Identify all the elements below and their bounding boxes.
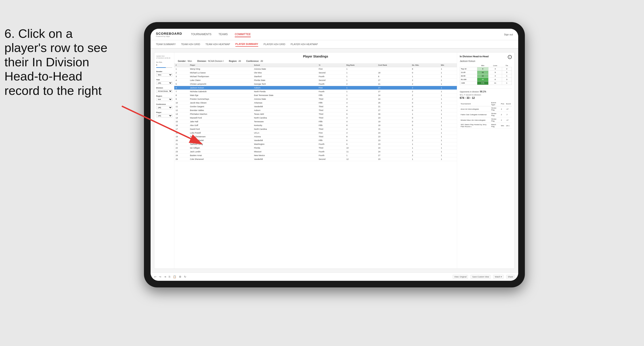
cell-conf: 21 — [377, 105, 411, 109]
table-scroll-area[interactable]: # Player School Yr Reg Rank Conf Rank No… — [174, 63, 457, 269]
col-conf-rank: Conf Rank — [377, 63, 411, 67]
table-row[interactable]: 24 Bastien Amat New Mexico Fourth 1 27 2… — [174, 154, 457, 158]
sign-out-button[interactable]: Sign out — [504, 33, 513, 36]
cell-player: Tiger Christensen — [189, 135, 253, 139]
cell-num: 18 — [174, 131, 189, 135]
table-row[interactable]: 15 Jake Hall Tennessee Fifth 4 19 0 1 — [174, 120, 457, 124]
cell-win: 1 — [440, 158, 457, 161]
h2h-loss-top10: 3 — [488, 67, 502, 71]
table-row[interactable]: 1 Wenyi Ding Arizona State First 1 8 1 — [174, 67, 457, 71]
subnav-player-h2h-heatmap[interactable]: PLAYER H2H HEATMAP — [290, 42, 318, 46]
table-row[interactable]: 2 Michael La Sasso Ole Miss Second 1 18 … — [174, 71, 457, 75]
table-row[interactable]: 16 Alex Goff Kentucky Fifth 8 19 0 1 — [174, 124, 457, 127]
nav-tournaments[interactable]: TOURNAMENTS — [191, 32, 211, 37]
cell-num: 6 — [174, 86, 189, 90]
table-row[interactable]: 14 Maxwell Ford North Carolina Third 3 2… — [174, 116, 457, 120]
table-row[interactable]: 9 Preston Summerhays Arizona State Third… — [174, 97, 457, 101]
undo-icon[interactable]: ↩ — [154, 275, 156, 278]
table-row[interactable]: 5 Christo Lamprecht Georgia Tech Fourth … — [174, 82, 457, 86]
subnav-player-summary[interactable]: PLAYER SUMMARY — [236, 42, 258, 47]
table-row[interactable]: 8 Mats Ege East Tennessee State Fifth 1 … — [174, 94, 457, 97]
refresh-icon[interactable]: ↻ — [184, 275, 186, 278]
save-custom-button[interactable]: Save Custom View — [470, 275, 490, 279]
gender-select[interactable]: Men Women — [156, 73, 172, 76]
nav-teams[interactable]: TEAMS — [218, 32, 228, 37]
cell-player: Ian Gilligan — [189, 146, 253, 150]
tour-pos: 4 — [500, 106, 505, 112]
cell-win: 1 — [440, 90, 457, 94]
table-row[interactable]: 12 Brendan Valdes Auburn Third 4 27 0 1 — [174, 109, 457, 112]
h2h-row-top10[interactable]: Top 10 8 3 2 — [460, 67, 512, 71]
table-row[interactable]: 23 Jack Lundin Missouri Fourth 11 24 1 1 — [174, 150, 457, 154]
h2h-row-26-50[interactable]: 26-50 22 4 1 — [460, 74, 512, 78]
cell-reg: 11 — [345, 150, 377, 154]
copy-icon[interactable]: ⎘ — [169, 275, 170, 278]
table-row[interactable]: 11 Gordon Sargent Vanderbilt Third 4 21 … — [174, 105, 457, 109]
cell-yr: First — [317, 131, 345, 135]
tournament-table: Tournament Event Type Pos Score Amer Ari… — [460, 101, 512, 129]
view-original-button[interactable]: View: Original — [453, 275, 468, 279]
cell-conf: 27 — [377, 90, 411, 94]
cell-num: 14 — [174, 116, 189, 120]
table-row[interactable]: 4 Luke Claton Florida State Second 1 27 … — [174, 78, 457, 82]
table-row[interactable]: 13 Phichaksn Maichon Texas A&M Third 6 3… — [174, 112, 457, 116]
watch-button[interactable]: Watch ▾ — [493, 275, 504, 279]
settings-icon[interactable]: ⚙ — [179, 275, 181, 278]
h2h-win-51-100: 46 — [477, 78, 488, 81]
cell-yr: Fifth — [317, 124, 345, 127]
subnav-player-h2h-grid[interactable]: PLAYER H2H GRID — [264, 42, 285, 46]
cell-num: 13 — [174, 112, 189, 116]
table-row[interactable]: 10 Jacob Mau Olesen Arkansas Fifth 4 25 … — [174, 101, 457, 105]
forward-icon[interactable]: ⇥ — [164, 275, 166, 278]
nav-committee[interactable]: COMMITTEE — [235, 32, 251, 37]
cell-num: 17 — [174, 127, 189, 131]
table-row[interactable]: 19 Tiger Christensen Arizona Third 8 23 … — [174, 135, 457, 139]
tournament-row[interactable]: Amer Ari Intercollegiate Stroke Play 4 -… — [460, 106, 512, 112]
no-rds-slider[interactable] — [156, 67, 172, 68]
subnav-team-summary[interactable]: TEAM SUMMARY — [156, 42, 176, 46]
table-row[interactable]: 21 Taehoon Song Washington Fourth 6 23 1… — [174, 142, 457, 146]
h2h-row-11-25[interactable]: 11-25 20 9 5 — [460, 71, 512, 74]
cell-reg: 4 — [345, 101, 377, 105]
tournament-row[interactable]: Mirabel Maui Jim Intercollegiate Stroke … — [460, 117, 512, 123]
cell-win: 1 — [440, 101, 457, 105]
cell-yr: Third — [317, 97, 345, 101]
region-select[interactable]: N/A — [156, 98, 172, 101]
redo-icon[interactable]: ↪ — [159, 275, 161, 278]
table-row[interactable]: 22 Ian Gilligan Florida Third 10 24 1 1 — [174, 146, 457, 150]
cell-yr: Third — [317, 112, 345, 116]
year-label: Year — [156, 79, 172, 81]
cell-win: 1 — [440, 142, 457, 146]
table-row[interactable]: 7 Nicholas Gabrelcik North Florida Fourt… — [174, 90, 457, 94]
h2h-row-51-100[interactable]: 51-100 46 6 3 — [460, 78, 512, 81]
h2h-loss-11-25: 9 — [488, 71, 502, 74]
table-row[interactable]: 17 David Ford North Carolina Third 4 21 … — [174, 127, 457, 131]
share-button[interactable]: Share — [506, 275, 515, 279]
table-row[interactable]: 18 Luke Powell UCLA First 4 24 1 1 — [174, 131, 457, 135]
cell-win: 1 — [440, 97, 457, 101]
cell-yr: Third — [317, 135, 345, 139]
subnav-team-h2h-grid[interactable]: TEAM H2H GRID — [181, 42, 200, 46]
tournament-row[interactable]: Fallen Oak Collegiate Invitational Strok… — [460, 112, 512, 117]
player-select[interactable]: (All) — [156, 114, 172, 117]
conference-select[interactable]: (All) — [156, 106, 172, 109]
table-row[interactable]: 20 Matthew Riedel Vanderbilt Fifth 6 23 … — [174, 139, 457, 142]
subnav-team-h2h-heatmap[interactable]: TEAM H2H HEATMAP — [206, 42, 230, 46]
cell-win: 1 — [440, 131, 457, 135]
cell-rds: 1 — [410, 75, 440, 78]
table-row[interactable]: 3 Michael Thorbjornsen Stanford Fourth 1… — [174, 75, 457, 78]
division-select[interactable]: NCAA Division I — [156, 90, 172, 93]
tour-col-type: Event Type — [490, 101, 500, 106]
year-select[interactable]: (All) — [156, 81, 172, 85]
tournament-row[interactable]: SEC Match Play Hosted by Jerry Pate Roun… — [460, 123, 512, 129]
h2h-title: In Division Head-to-Head — [460, 55, 488, 58]
cell-conf: 24 — [377, 150, 411, 154]
table-row[interactable]: 6 Jackson Koivun Auburn First 1 27 2 1 — [174, 86, 457, 90]
h2h-close-button[interactable]: × — [508, 55, 512, 59]
h2h-col-loss: Loss — [488, 64, 502, 67]
table-row[interactable]: 25 Cole Sherwood Vanderbilt Second 12 23… — [174, 158, 457, 161]
cell-num: 12 — [174, 109, 189, 112]
paste-icon[interactable]: 📋 — [173, 275, 176, 278]
h2h-row-100plus[interactable]: >100 578 11 1 — [460, 81, 512, 85]
h2h-win-11-25: 20 — [477, 71, 488, 74]
